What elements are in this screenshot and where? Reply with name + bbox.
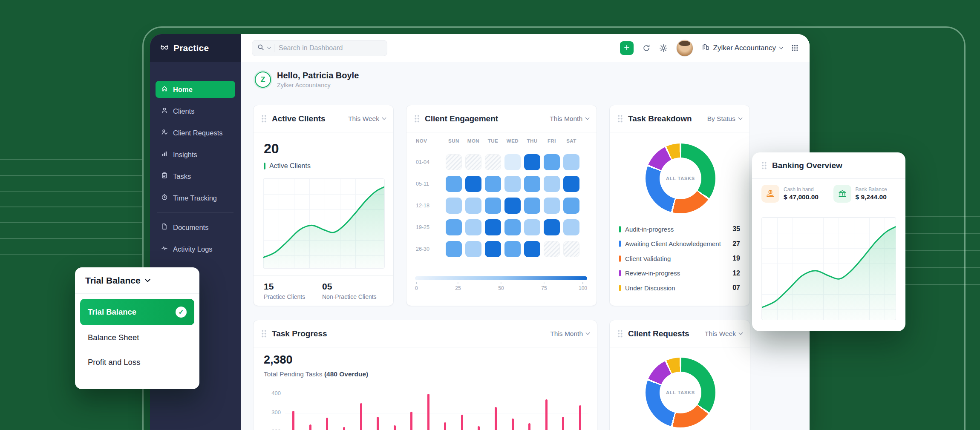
heatmap-cell (485, 241, 501, 257)
search-scope-chevron-icon[interactable] (267, 45, 271, 49)
range-dropdown[interactable]: This Week (348, 115, 386, 123)
banking-line-chart (761, 217, 896, 320)
status-dropdown[interactable]: By Status (707, 115, 742, 123)
divider (829, 185, 829, 202)
check-icon: ✓ (176, 307, 187, 318)
heatmap-cell (544, 154, 560, 170)
apps-grid-icon[interactable] (791, 44, 798, 52)
card-title: Task Breakdown (628, 114, 692, 123)
sidebar-item-time-tracking[interactable]: Time Tracking (156, 189, 235, 206)
heatmap-cell (504, 176, 521, 192)
heatmap-cell (504, 154, 521, 170)
decor-stripe (0, 206, 142, 207)
drag-handle-icon[interactable] (414, 115, 420, 123)
task-progress-bar (528, 423, 530, 430)
add-button[interactable]: + (620, 41, 634, 55)
heatmap-cell (446, 219, 462, 235)
card-title: Active Clients (272, 114, 326, 123)
heatmap-cell (544, 219, 560, 235)
task-progress-bar (512, 419, 514, 430)
bank-icon (833, 185, 851, 203)
task-breakdown-donut-chart: ALL TASKS (646, 143, 715, 213)
task-progress-bar (326, 418, 328, 430)
drag-handle-icon[interactable] (261, 115, 267, 123)
org-name: Zylker Accountancy (713, 44, 776, 52)
task-progress-bar (394, 425, 396, 430)
active-clients-line-chart (263, 178, 385, 269)
card-title: Banking Overview (772, 161, 842, 170)
legend-row: Review-in-progress12 (619, 266, 740, 281)
option-balance-sheet[interactable]: Balance Sheet (80, 325, 194, 350)
heatmap-cell (524, 198, 540, 214)
heatmap-cell (485, 154, 501, 170)
card-header: Client Requests This Week (610, 320, 750, 347)
clock-icon (161, 194, 168, 202)
task-progress-bar (579, 405, 581, 430)
task-progress-bar (444, 422, 446, 430)
range-dropdown[interactable]: This Month (550, 330, 589, 338)
heatmap-cell (446, 176, 462, 192)
org-switcher[interactable]: Zylker Accountancy (702, 43, 783, 53)
gridline (285, 413, 588, 413)
heatmap-cell (524, 241, 540, 257)
sidebar-item-tasks[interactable]: Tasks (156, 168, 235, 185)
sidebar-item-client-requests[interactable]: Client Requests (156, 124, 235, 141)
y-axis: 400 300 200 (261, 384, 281, 430)
sidebar-item-home[interactable]: Home (156, 81, 235, 98)
heatmap-cell (465, 241, 481, 257)
heatmap-cell (485, 219, 501, 235)
search-divider (274, 44, 274, 52)
heatmap-row-label: 05-11 (415, 181, 429, 187)
activity-icon (161, 245, 168, 253)
bank-balance-stat: Bank Balance $ 9,244.00 (833, 185, 896, 203)
report-dropdown: Trial Balance Trial Balance ✓ Balance Sh… (75, 267, 199, 389)
heatmap-day-header: TUE (488, 138, 499, 143)
heatmap-cell (485, 198, 501, 214)
tasks-icon (161, 172, 168, 181)
sidebar-item-label: Home (173, 86, 193, 94)
heatmap-cell (446, 154, 462, 170)
card-header: Banking Overview (752, 152, 905, 179)
report-dropdown-header[interactable]: Trial Balance (75, 267, 199, 294)
sidebar-item-label: Clients (173, 107, 194, 115)
option-profit-and-loss[interactable]: Profit and Loss (80, 350, 194, 375)
drag-handle-icon[interactable] (617, 115, 623, 123)
heatmap-cell (465, 176, 481, 192)
heatmap-cell (465, 198, 481, 214)
drag-handle-icon[interactable] (617, 330, 623, 338)
sidebar-item-clients[interactable]: Clients (156, 103, 235, 120)
refresh-icon[interactable] (642, 44, 651, 52)
heatmap-cell (563, 154, 579, 170)
brand-header: Practice (150, 34, 241, 62)
search-input[interactable] (252, 40, 387, 56)
org-chevron-icon (779, 45, 784, 49)
banking-overview-card: Banking Overview Cash in hand $ 47,000.0… (752, 152, 905, 331)
chevron-down-icon (586, 331, 590, 335)
legend-row: Audit-in-progress35 (619, 222, 740, 237)
card-title: Client Requests (628, 329, 689, 338)
heatmap-month-label: NOV (415, 138, 427, 143)
drag-handle-icon[interactable] (761, 161, 767, 169)
range-dropdown[interactable]: This Month (550, 115, 589, 123)
sidebar-item-insights[interactable]: Insights (156, 146, 235, 163)
sidebar-item-documents[interactable]: Documents (156, 219, 235, 236)
user-avatar[interactable] (676, 40, 693, 57)
search-field[interactable] (278, 44, 363, 52)
task-progress-bar (427, 394, 429, 430)
chevron-down-icon (738, 116, 743, 120)
pending-tasks-subtitle: Total Pending Tasks (480 Overdue) (264, 370, 368, 378)
range-dropdown[interactable]: This Week (705, 330, 742, 338)
heatmap-cell (544, 176, 560, 192)
card-header: Task Breakdown By Status (610, 105, 749, 132)
task-progress-bar (343, 427, 345, 430)
card-header: Task Progress This Month (254, 320, 597, 347)
settings-gear-icon[interactable] (659, 44, 668, 52)
heatmap-cell (563, 241, 579, 257)
heatmap-cell (524, 154, 540, 170)
task-progress-bar (495, 407, 497, 430)
option-trial-balance[interactable]: Trial Balance ✓ (80, 299, 194, 325)
task-progress-bar (545, 399, 548, 430)
drag-handle-icon[interactable] (261, 330, 267, 338)
client-requests-donut-chart: ALL TASKS (646, 358, 715, 427)
sidebar-item-activity-logs[interactable]: Activity Logs (156, 241, 235, 258)
